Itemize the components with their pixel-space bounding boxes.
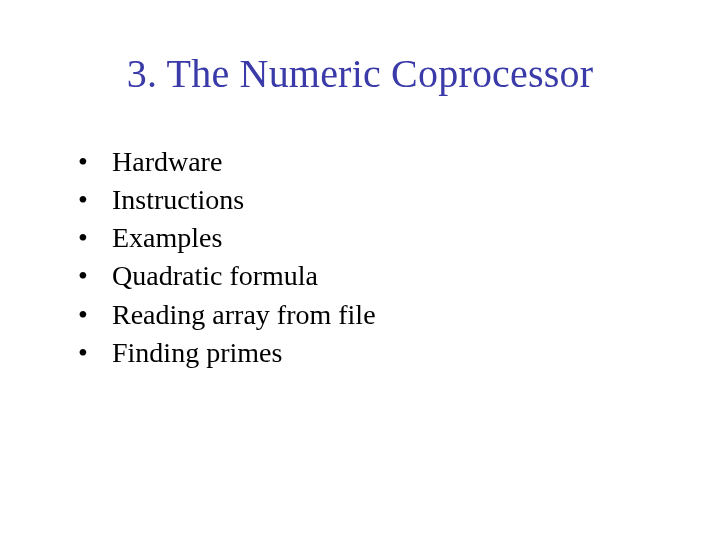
bullet-dot-icon: • <box>78 337 112 369</box>
bullet-dot-icon: • <box>78 260 112 292</box>
list-item: • Instructions <box>78 183 650 217</box>
bullet-text: Examples <box>112 221 222 255</box>
bullet-text: Hardware <box>112 145 222 179</box>
list-item: • Examples <box>78 221 650 255</box>
slide-title: 3. The Numeric Coprocessor <box>70 50 650 97</box>
bullet-text: Instructions <box>112 183 244 217</box>
bullet-text: Finding primes <box>112 336 282 370</box>
list-item: • Finding primes <box>78 336 650 370</box>
bullet-dot-icon: • <box>78 146 112 178</box>
list-item: • Hardware <box>78 145 650 179</box>
slide: 3. The Numeric Coprocessor • Hardware • … <box>0 0 720 540</box>
bullet-dot-icon: • <box>78 299 112 331</box>
bullet-dot-icon: • <box>78 222 112 254</box>
list-item: • Reading array from file <box>78 298 650 332</box>
bullet-dot-icon: • <box>78 184 112 216</box>
list-item: • Quadratic formula <box>78 259 650 293</box>
bullet-list: • Hardware • Instructions • Examples • Q… <box>70 145 650 370</box>
bullet-text: Reading array from file <box>112 298 376 332</box>
bullet-text: Quadratic formula <box>112 259 318 293</box>
